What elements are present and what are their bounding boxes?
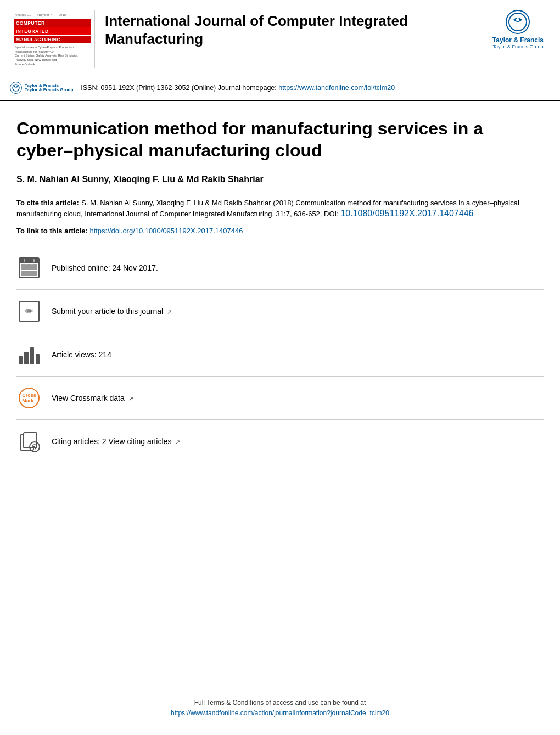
submit-ext-icon: ↗	[167, 308, 172, 315]
crossmark-ext-icon: ↗	[128, 395, 133, 402]
tf-logo: Taylor & Francis Taylor & Francis Group	[492, 10, 544, 49]
citation-doi-link[interactable]: 10.1080/0951192X.2017.1407446	[340, 209, 473, 218]
cover-label-computer: COMPUTER	[14, 19, 91, 27]
doi-link-row: To link to this article: https://doi.org…	[16, 227, 544, 235]
tf-logo-text: Taylor & Francis	[492, 36, 544, 44]
journal-title: International Journal of Computer Integr…	[105, 12, 492, 48]
published-row: Published online: 24 Nov 2017.	[16, 246, 544, 289]
crossmark-text: CrossMark	[22, 392, 36, 403]
info-section: Published online: 24 Nov 2017. Submit yo…	[16, 246, 544, 463]
footer-line1: Full Terms & Conditions of access and us…	[0, 698, 560, 708]
doi-url-link[interactable]: https://doi.org/10.1080/0951192X.2017.14…	[89, 227, 243, 235]
crossmark-text-label[interactable]: View Crossmark data ↗	[52, 394, 133, 402]
bar-chart-icon	[16, 342, 42, 367]
page: Volume 31 Number 7 2018 COMPUTER INTEGRA…	[0, 0, 560, 735]
cover-top-row: Volume 31 Number 7 2018	[14, 13, 91, 17]
cover-label-integrated: INTEGRATED	[14, 27, 91, 35]
header: Volume 31 Number 7 2018 COMPUTER INTEGRA…	[0, 0, 560, 75]
calendar-icon	[16, 255, 42, 280]
crossmark-row[interactable]: CrossMark View Crossmark data ↗	[16, 376, 544, 419]
submit-row[interactable]: Submit your article to this journal ↗	[16, 289, 544, 333]
tf-small-text: Taylor & FrancisTaylor & Francis Group	[25, 83, 73, 93]
citation-label: To cite this article:	[16, 199, 79, 207]
submit-text[interactable]: Submit your article to this journal ↗	[52, 307, 172, 316]
authors: S. M. Nahian Al Sunny, Xiaoqing F. Liu &…	[16, 175, 544, 184]
crossmark-circle: CrossMark	[19, 388, 40, 408]
issn-text: ISSN: 0951-192X (Print) 1362-3052 (Onlin…	[81, 84, 395, 92]
homepage-link[interactable]: https://www.tandfonline.com/loi/tcim20	[278, 84, 395, 92]
citing-link[interactable]: Citing articles: 2 View citing articles …	[52, 437, 180, 446]
submit-icon	[16, 299, 42, 324]
tf-small-logo: Taylor & FrancisTaylor & Francis Group	[10, 82, 73, 94]
citing-icon	[16, 429, 42, 454]
svg-point-1	[516, 18, 519, 21]
journal-cover: Volume 31 Number 7 2018 COMPUTER INTEGRA…	[10, 10, 95, 69]
journal-title-block: International Journal of Computer Integr…	[105, 10, 492, 48]
cover-top: Volume 31 Number 7 2018 COMPUTER INTEGRA…	[10, 10, 95, 68]
views-text: Article views: 214	[52, 350, 111, 359]
header-left: Volume 31 Number 7 2018 COMPUTER INTEGRA…	[10, 10, 492, 69]
published-text: Published online: 24 Nov 2017.	[52, 263, 158, 272]
citation-block: To cite this article: S. M. Nahian Al Su…	[16, 198, 544, 219]
citing-row[interactable]: Citing articles: 2 View citing articles …	[16, 419, 544, 463]
doi-label: To link to this article:	[16, 227, 88, 235]
crossmark-link[interactable]: View Crossmark data ↗	[52, 394, 133, 402]
cover-label-manufacturing: MANUFACTURING	[14, 36, 91, 43]
citing-ext-icon: ↗	[175, 439, 180, 445]
tf-small-circle-icon	[10, 82, 22, 94]
citing-svg-icon	[18, 430, 40, 452]
submit-link[interactable]: Submit your article to this journal ↗	[52, 307, 172, 316]
cover-tab-3: 2018	[57, 13, 68, 17]
tf-logo-subtext: Taylor & Francis Group	[492, 44, 543, 49]
main-content: Communication method for manufacturing s…	[0, 101, 560, 480]
article-title: Communication method for manufacturing s…	[16, 117, 544, 161]
tf-logo-circle	[506, 10, 530, 34]
views-row: Article views: 214	[16, 333, 544, 376]
citing-text[interactable]: Citing articles: 2 View citing articles …	[52, 437, 180, 446]
footer: Full Terms & Conditions of access and us…	[0, 698, 560, 719]
submit-icon-box	[19, 301, 40, 322]
cover-tab-1: Volume 31	[14, 13, 32, 17]
svg-point-3	[15, 86, 17, 88]
issn-bar: Taylor & FrancisTaylor & Francis Group I…	[0, 75, 560, 101]
footer-link[interactable]: https://www.tandfonline.com/action/journ…	[171, 709, 389, 717]
crossmark-icon: CrossMark	[16, 385, 42, 411]
cover-small-text: Special Issue on Cyber-Physical Producti…	[14, 46, 91, 66]
cover-tab-2: Number 7	[36, 13, 53, 17]
